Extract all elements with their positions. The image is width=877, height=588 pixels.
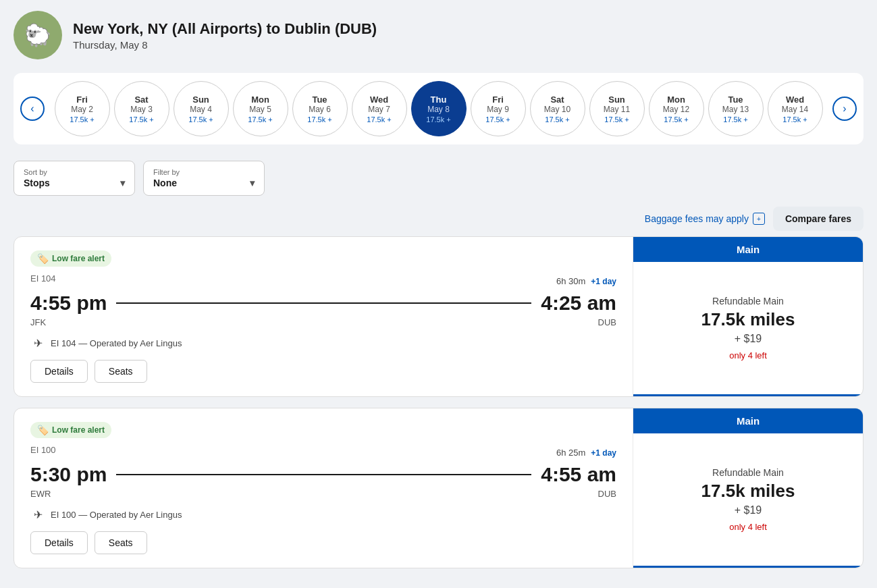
low-fare-badge: 🏷️ Low fare alert	[30, 422, 111, 438]
date-carousel: ‹ Fri May 2 17.5k + Sat May 3 17.5k + Su…	[14, 73, 863, 144]
price-section: Refundable Main 17.5k miles + $19 only 4…	[633, 262, 863, 394]
details-button[interactable]: Details	[30, 531, 88, 554]
sort-value: Stops ▾	[24, 178, 125, 188]
destination-airport: DUB	[598, 317, 616, 327]
flight-number: EI 100	[30, 445, 56, 455]
baggage-text: Baggage fees may apply	[645, 213, 749, 224]
date-item[interactable]: Fri May 2 17.5k +	[55, 81, 110, 136]
operated-text: EI 104 — Operated by Aer Lingus	[51, 338, 182, 348]
destination-image: 🐑	[14, 11, 62, 59]
date-item[interactable]: Thu May 8 17.5k +	[411, 81, 467, 136]
operated-text: EI 100 — Operated by Aer Lingus	[51, 510, 182, 520]
page-header: 🐑 New York, NY (All Airports) to Dublin …	[14, 11, 863, 59]
column-header: Main	[633, 408, 863, 433]
depart-time: 5:30 pm	[30, 463, 107, 486]
price-label: Refundable Main	[712, 467, 784, 478]
tag-icon: 🏷️	[37, 253, 49, 264]
price-miles: 17.5k miles	[701, 481, 795, 502]
operated-row: ✈ EI 104 — Operated by Aer Lingus	[30, 336, 616, 350]
flight-details-left: 🏷️ Low fare alert EI 104 6h 30m +1 day 4…	[14, 237, 633, 396]
date-item[interactable]: Tue May 13 17.5k +	[708, 81, 764, 136]
price-plus: + $19	[735, 504, 762, 516]
info-icon: +	[753, 213, 765, 225]
airports-row: JFK DUB	[30, 317, 616, 327]
low-fare-badge: 🏷️ Low fare alert	[30, 250, 111, 267]
sort-arrow-icon: ▾	[120, 178, 125, 188]
flight-line	[116, 474, 531, 475]
controls-row: Sort by Stops ▾ Filter by None ▾	[14, 161, 863, 196]
sort-dropdown[interactable]: Sort by Stops ▾	[14, 161, 135, 196]
price-plus: + $19	[735, 333, 762, 345]
flight-number: EI 104	[30, 273, 56, 284]
header-text: New York, NY (All Airports) to Dublin (D…	[73, 20, 377, 51]
duration-text: 6h 30m	[556, 276, 585, 286]
origin-airport: EWR	[30, 489, 51, 499]
details-button[interactable]: Details	[30, 360, 88, 383]
seats-left: only 4 left	[729, 350, 767, 360]
page-title: New York, NY (All Airports) to Dublin (D…	[73, 20, 377, 38]
baggage-fees-link[interactable]: Baggage fees may apply +	[645, 213, 765, 225]
next-day-label: +1 day	[591, 277, 616, 286]
flight-pricing-right: Main Refundable Main 17.5k miles + $19 o…	[633, 237, 863, 396]
destination-airport: DUB	[598, 489, 616, 499]
flight-line	[116, 302, 531, 304]
arrive-time: 4:25 am	[541, 292, 616, 315]
flight-list: 🏷️ Low fare alert EI 104 6h 30m +1 day 4…	[14, 236, 863, 568]
flight-duration-row: EI 100 6h 25m +1 day	[30, 445, 616, 460]
badge-text: Low fare alert	[52, 254, 105, 263]
date-item[interactable]: Sat May 10 17.5k +	[530, 81, 585, 136]
card-actions: Details Seats	[30, 531, 616, 554]
date-item[interactable]: Wed May 7 17.5k +	[352, 81, 407, 136]
date-item[interactable]: Mon May 5 17.5k +	[233, 81, 288, 136]
filter-value: None ▾	[153, 178, 255, 188]
price-section: Refundable Main 17.5k miles + $19 only 4…	[633, 433, 863, 566]
operated-row: ✈ EI 100 — Operated by Aer Lingus	[30, 507, 616, 522]
date-item[interactable]: Wed May 14 17.5k +	[768, 81, 823, 136]
depart-time: 4:55 pm	[30, 292, 107, 315]
airline-icon: ✈	[30, 507, 45, 522]
date-item[interactable]: Sun May 11 17.5k +	[589, 81, 645, 136]
flight-card: 🏷️ Low fare alert EI 100 6h 25m +1 day 5…	[14, 408, 863, 568]
page-subtitle: Thursday, May 8	[73, 39, 377, 51]
filter-arrow-icon: ▾	[250, 178, 255, 188]
seats-left: only 4 left	[729, 522, 767, 532]
date-item[interactable]: Sat May 3 17.5k +	[114, 81, 169, 136]
seats-button[interactable]: Seats	[95, 360, 147, 383]
origin-airport: JFK	[30, 317, 46, 327]
date-item[interactable]: Sun May 4 17.5k +	[174, 81, 229, 136]
tag-icon: 🏷️	[37, 425, 49, 435]
carousel-prev-button[interactable]: ‹	[20, 97, 45, 121]
action-row: Baggage fees may apply + Compare fares	[14, 207, 863, 231]
price-label: Refundable Main	[712, 296, 784, 306]
sort-label: Sort by	[24, 168, 125, 176]
airline-icon: ✈	[30, 336, 45, 350]
next-day-label: +1 day	[591, 448, 616, 458]
date-item[interactable]: Tue May 6 17.5k +	[292, 81, 348, 136]
filter-dropdown[interactable]: Filter by None ▾	[143, 161, 265, 196]
column-header: Main	[633, 237, 863, 262]
flight-times: 4:55 pm 4:25 am	[30, 292, 616, 315]
price-miles: 17.5k miles	[701, 309, 795, 330]
date-item[interactable]: Fri May 9 17.5k +	[471, 81, 526, 136]
airports-row: EWR DUB	[30, 489, 616, 499]
flight-duration-row: EI 104 6h 30m +1 day	[30, 273, 616, 289]
carousel-next-button[interactable]: ›	[832, 97, 857, 121]
date-item[interactable]: Mon May 12 17.5k +	[649, 81, 704, 136]
badge-text: Low fare alert	[52, 425, 105, 435]
duration-text: 6h 25m	[556, 448, 585, 458]
arrive-time: 4:55 am	[541, 463, 616, 486]
flight-card: 🏷️ Low fare alert EI 104 6h 30m +1 day 4…	[14, 236, 863, 397]
flight-pricing-right: Main Refundable Main 17.5k miles + $19 o…	[633, 408, 863, 568]
flight-times: 5:30 pm 4:55 am	[30, 463, 616, 486]
filter-label: Filter by	[153, 168, 255, 176]
compare-fares-button[interactable]: Compare fares	[773, 207, 863, 231]
flight-details-left: 🏷️ Low fare alert EI 100 6h 25m +1 day 5…	[14, 408, 633, 568]
seats-button[interactable]: Seats	[95, 531, 147, 554]
card-actions: Details Seats	[30, 360, 616, 383]
